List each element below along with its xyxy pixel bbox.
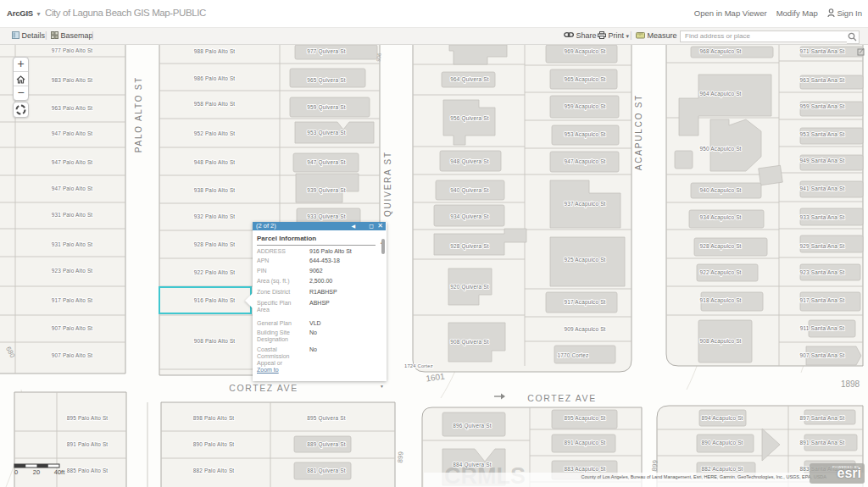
svg-text:934 Acapulco St: 934 Acapulco St xyxy=(699,214,741,221)
svg-text:948 Quivera St: 948 Quivera St xyxy=(450,158,488,165)
svg-text:947 Palo Alto St: 947 Palo Alto St xyxy=(52,130,93,136)
svg-text:908 Palo Alto St: 908 Palo Alto St xyxy=(194,338,236,344)
svg-text:963 Santa Ana St: 963 Santa Ana St xyxy=(800,77,845,83)
svg-text:928 Acapulco St: 928 Acapulco St xyxy=(699,243,741,250)
svg-text:949 Santa Ana St: 949 Santa Ana St xyxy=(800,158,845,163)
svg-text:933 Quivera St: 933 Quivera St xyxy=(307,213,345,220)
svg-text:959 Quivera St: 959 Quivera St xyxy=(307,104,345,111)
svg-text:933 Santa Ana St: 933 Santa Ana St xyxy=(800,214,845,220)
svg-text:923 Santa Ana St: 923 Santa Ana St xyxy=(800,269,845,275)
svg-text:889 Quivera St: 889 Quivera St xyxy=(307,441,345,448)
svg-text:941 Santa Ana St: 941 Santa Ana St xyxy=(800,185,845,191)
svg-text:969 Acapulco St: 969 Acapulco St xyxy=(564,48,605,55)
svg-text:925 Acapulco St: 925 Acapulco St xyxy=(564,257,605,263)
svg-text:907 Palo Alto St: 907 Palo Alto St xyxy=(52,352,93,358)
svg-text:CORTEZ AVE: CORTEZ AVE xyxy=(527,393,597,403)
svg-text:922 Palo Alto St: 922 Palo Alto St xyxy=(194,269,236,275)
svg-text:898 Palo Alto St: 898 Palo Alto St xyxy=(193,415,235,421)
svg-text:977 Quivera St: 977 Quivera St xyxy=(307,48,345,55)
svg-text:968 Acapulco St: 968 Acapulco St xyxy=(699,48,741,55)
svg-text:20: 20 xyxy=(33,468,40,476)
svg-text:922 Acapulco St: 922 Acapulco St xyxy=(699,269,741,276)
svg-text:CORTEZ AVE: CORTEZ AVE xyxy=(229,383,298,393)
svg-text:918 Acapulco St: 918 Acapulco St xyxy=(699,297,741,304)
svg-text:883 Acapulco St: 883 Acapulco St xyxy=(564,466,605,473)
svg-text:909 Acapulco St: 909 Acapulco St xyxy=(564,326,605,333)
svg-text:953 Quivera St: 953 Quivera St xyxy=(307,130,345,136)
svg-text:931 Palo Alto St: 931 Palo Alto St xyxy=(52,212,93,218)
svg-text:1601: 1601 xyxy=(426,371,446,383)
svg-text:1724 Cortez: 1724 Cortez xyxy=(404,363,433,368)
svg-text:971 Santa Ana St: 971 Santa Ana St xyxy=(800,48,845,54)
svg-text:964 Quivera St: 964 Quivera St xyxy=(450,76,488,83)
svg-text:907 Palo Alto St: 907 Palo Alto St xyxy=(52,325,93,331)
svg-text:885 Palo Alto St: 885 Palo Alto St xyxy=(67,468,108,473)
svg-text:917 Palo Alto St: 917 Palo Alto St xyxy=(52,297,93,303)
svg-text:963 Palo Alto St: 963 Palo Alto St xyxy=(52,105,93,111)
svg-text:895 Acapulco St: 895 Acapulco St xyxy=(564,415,605,422)
svg-text:939 Quivera St: 939 Quivera St xyxy=(307,187,345,194)
svg-text:965 Quivera St: 965 Quivera St xyxy=(307,77,345,84)
svg-text:895 Quivera St: 895 Quivera St xyxy=(307,415,345,422)
svg-text:948 Palo Alto St: 948 Palo Alto St xyxy=(194,159,236,165)
svg-text:958 Palo Alto St: 958 Palo Alto St xyxy=(194,101,236,107)
svg-text:952 Palo Alto St: 952 Palo Alto St xyxy=(194,130,236,136)
svg-text:891 Santa Ana St: 891 Santa Ana St xyxy=(800,440,845,445)
svg-text:920 Quivera St: 920 Quivera St xyxy=(450,284,488,291)
svg-text:0: 0 xyxy=(14,468,18,476)
svg-text:947 Quivera St: 947 Quivera St xyxy=(307,159,345,166)
svg-text:965 Acapulco St: 965 Acapulco St xyxy=(564,76,605,83)
svg-text:928 Quivera St: 928 Quivera St xyxy=(450,243,488,250)
svg-text:928 Palo Alto St: 928 Palo Alto St xyxy=(194,241,236,247)
svg-text:QUIVERA ST: QUIVERA ST xyxy=(383,151,392,217)
svg-text:934 Quivera St: 934 Quivera St xyxy=(450,213,488,220)
svg-text:937 Acapulco St: 937 Acapulco St xyxy=(564,201,605,208)
svg-text:PALO ALTO ST: PALO ALTO ST xyxy=(134,76,143,153)
svg-text:917 Acapulco St: 917 Acapulco St xyxy=(564,299,605,306)
svg-text:899: 899 xyxy=(651,459,659,472)
svg-text:929 Santa Ana St: 929 Santa Ana St xyxy=(800,243,845,249)
svg-text:956 Quivera St: 956 Quivera St xyxy=(450,115,488,122)
svg-text:932 Palo Alto St: 932 Palo Alto St xyxy=(194,213,236,219)
svg-text:890 Acapulco St: 890 Acapulco St xyxy=(701,440,743,446)
svg-text:953 Santa Ana St: 953 Santa Ana St xyxy=(800,131,845,137)
svg-text:1770 Cortez: 1770 Cortez xyxy=(557,352,588,358)
svg-text:964 Acapulco St: 964 Acapulco St xyxy=(699,91,741,97)
svg-text:986 Palo Alto St: 986 Palo Alto St xyxy=(194,75,236,81)
svg-text:940 Acapulco St: 940 Acapulco St xyxy=(699,187,741,194)
svg-text:881 Quivera St: 881 Quivera St xyxy=(307,468,345,474)
svg-text:988 Palo Alto St: 988 Palo Alto St xyxy=(194,48,236,54)
svg-text:896 Quivera St: 896 Quivera St xyxy=(453,423,491,429)
svg-text:908 Quivera St: 908 Quivera St xyxy=(450,339,488,346)
svg-text:890 Palo Alto St: 890 Palo Alto St xyxy=(193,441,235,447)
svg-text:ACAPULCO ST: ACAPULCO ST xyxy=(634,94,643,170)
svg-text:894 Acapulco St: 894 Acapulco St xyxy=(701,415,743,422)
svg-text:906: 906 xyxy=(376,53,382,63)
svg-text:950 Acapulco St: 950 Acapulco St xyxy=(699,146,741,152)
svg-text:40ft: 40ft xyxy=(54,468,65,476)
svg-text:1898: 1898 xyxy=(841,379,860,389)
svg-text:897 Santa Ana St: 897 Santa Ana St xyxy=(800,415,845,421)
svg-text:947 Palo Alto St: 947 Palo Alto St xyxy=(52,185,93,191)
svg-text:923 Palo Alto St: 923 Palo Alto St xyxy=(52,268,93,274)
svg-text:891 Acapulco St: 891 Acapulco St xyxy=(564,440,605,446)
svg-text:977 Palo Alto St: 977 Palo Alto St xyxy=(52,47,93,53)
svg-text:882 Acapulco St: 882 Acapulco St xyxy=(701,466,743,473)
svg-text:899: 899 xyxy=(396,451,404,463)
svg-text:983 Palo Alto St: 983 Palo Alto St xyxy=(52,77,93,83)
svg-text:959 Acapulco St: 959 Acapulco St xyxy=(564,103,605,110)
svg-text:895 Palo Alto St: 895 Palo Alto St xyxy=(67,415,108,421)
svg-text:911 Santa Ana St: 911 Santa Ana St xyxy=(800,325,844,331)
svg-text:947 Acapulco St: 947 Acapulco St xyxy=(564,158,605,165)
svg-text:931 Palo Alto St: 931 Palo Alto St xyxy=(52,241,93,247)
svg-text:907 Santa Ana St: 907 Santa Ana St xyxy=(800,352,845,358)
svg-text:891 Palo Alto St: 891 Palo Alto St xyxy=(67,441,108,447)
svg-text:882 Palo Alto St: 882 Palo Alto St xyxy=(193,468,235,473)
svg-text:953 Acapulco St: 953 Acapulco St xyxy=(564,131,605,138)
svg-text:938 Palo Alto St: 938 Palo Alto St xyxy=(194,187,236,193)
svg-text:959 Santa Ana St: 959 Santa Ana St xyxy=(800,103,845,109)
svg-text:940 Quivera St: 940 Quivera St xyxy=(450,187,488,194)
svg-text:917 Santa Ana St: 917 Santa Ana St xyxy=(800,297,845,303)
svg-text:908 Acapulco St: 908 Acapulco St xyxy=(699,338,741,345)
svg-text:947 Palo Alto St: 947 Palo Alto St xyxy=(52,159,93,165)
